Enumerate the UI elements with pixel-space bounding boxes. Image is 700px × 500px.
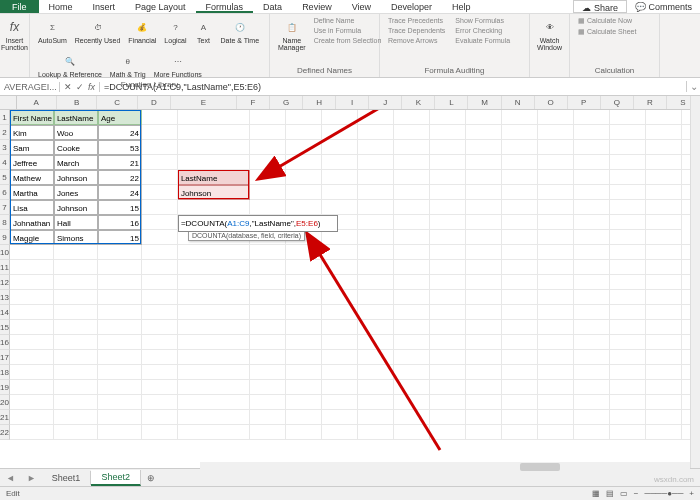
row-header-19[interactable]: 19 (0, 380, 10, 395)
col-header-F[interactable]: F (237, 96, 270, 109)
tab-file[interactable]: File (0, 0, 39, 13)
cell-K15[interactable] (430, 320, 466, 335)
cell-M8[interactable] (430, 215, 466, 230)
cell-F1[interactable] (250, 110, 286, 125)
cell-F2[interactable] (250, 125, 286, 140)
trace-dependents-button[interactable]: Trace Dependents (386, 26, 447, 35)
cell-E13[interactable] (178, 290, 250, 305)
cell-L19[interactable] (466, 380, 502, 395)
cell-Q17[interactable] (646, 350, 682, 365)
evaluate-formula-button[interactable]: Evaluate Formula (453, 36, 512, 45)
cell-F13[interactable] (250, 290, 286, 305)
cell-D18[interactable] (142, 365, 178, 380)
cell-G16[interactable] (286, 335, 322, 350)
cell-K6[interactable] (430, 185, 466, 200)
cell-G6[interactable] (286, 185, 322, 200)
math-button[interactable]: θ Math & Trig (108, 50, 148, 80)
cell-N12[interactable] (538, 275, 574, 290)
cell-D12[interactable] (142, 275, 178, 290)
cell-J11[interactable] (394, 260, 430, 275)
row-header-13[interactable]: 13 (0, 290, 10, 305)
cell-Q6[interactable] (646, 185, 682, 200)
autosum-button[interactable]: Σ AutoSum (36, 16, 69, 46)
cell-N14[interactable] (538, 305, 574, 320)
cell-B17[interactable] (54, 350, 98, 365)
cell-C16[interactable] (98, 335, 142, 350)
tab-home[interactable]: Home (39, 0, 83, 13)
cell-G21[interactable] (286, 410, 322, 425)
cell-G7[interactable] (286, 200, 322, 215)
cell-N10[interactable] (538, 245, 574, 260)
cell-I7[interactable] (358, 200, 394, 215)
show-formulas-button[interactable]: Show Formulas (453, 16, 512, 25)
cell-E11[interactable] (178, 260, 250, 275)
sheet-tab-1[interactable]: Sheet1 (42, 471, 92, 485)
insert-function-button[interactable]: fx Insert Function (6, 16, 23, 53)
cell-K19[interactable] (430, 380, 466, 395)
cell-P2[interactable] (610, 125, 646, 140)
cell-L9[interactable] (466, 230, 502, 245)
cell-B10[interactable] (54, 245, 98, 260)
cell-B3[interactable]: Cooke (54, 140, 98, 155)
cell-I16[interactable] (358, 335, 394, 350)
row-header-7[interactable]: 7 (0, 200, 10, 215)
cell-N17[interactable] (538, 350, 574, 365)
financial-button[interactable]: 💰 Financial (126, 16, 158, 46)
cell-I5[interactable] (358, 170, 394, 185)
cell-Q21[interactable] (646, 410, 682, 425)
col-header-B[interactable]: B (57, 96, 97, 109)
cell-A4[interactable]: Jeffree (10, 155, 54, 170)
cell-C12[interactable] (98, 275, 142, 290)
cell-J17[interactable] (394, 350, 430, 365)
cell-N13[interactable] (538, 290, 574, 305)
cell-C22[interactable] (98, 425, 142, 440)
cell-I19[interactable] (358, 380, 394, 395)
cell-D8[interactable] (142, 215, 178, 230)
cell-A20[interactable] (10, 395, 54, 410)
cell-N6[interactable] (538, 185, 574, 200)
create-selection-button[interactable]: Create from Selection (312, 36, 384, 45)
cell-D5[interactable] (142, 170, 178, 185)
cell-O12[interactable] (574, 275, 610, 290)
cell-J16[interactable] (394, 335, 430, 350)
cell-B4[interactable]: March (54, 155, 98, 170)
cell-B16[interactable] (54, 335, 98, 350)
cell-N18[interactable] (538, 365, 574, 380)
cell-L2[interactable] (466, 125, 502, 140)
cell-A17[interactable] (10, 350, 54, 365)
cell-Q7[interactable] (646, 200, 682, 215)
cancel-icon[interactable]: ✕ (64, 82, 72, 92)
cell-A21[interactable] (10, 410, 54, 425)
cell-K20[interactable] (430, 395, 466, 410)
cell-D15[interactable] (142, 320, 178, 335)
cell-L13[interactable] (466, 290, 502, 305)
cell-L1[interactable] (466, 110, 502, 125)
cell-C10[interactable] (98, 245, 142, 260)
tab-pagelayout[interactable]: Page Layout (125, 0, 196, 13)
cell-Q20[interactable] (646, 395, 682, 410)
cell-Q10[interactable] (646, 245, 682, 260)
cell-D14[interactable] (142, 305, 178, 320)
cell-H14[interactable] (322, 305, 358, 320)
row-header-5[interactable]: 5 (0, 170, 10, 185)
cell-J2[interactable] (394, 125, 430, 140)
cell-J19[interactable] (394, 380, 430, 395)
cell-G3[interactable] (286, 140, 322, 155)
cell-L4[interactable] (466, 155, 502, 170)
cell-M17[interactable] (502, 350, 538, 365)
cell-Q13[interactable] (646, 290, 682, 305)
col-header-O[interactable]: O (535, 96, 568, 109)
cell-C11[interactable] (98, 260, 142, 275)
zoom-out-icon[interactable]: − (634, 489, 639, 498)
cell-A18[interactable] (10, 365, 54, 380)
cell-H15[interactable] (322, 320, 358, 335)
cell-P1[interactable] (610, 110, 646, 125)
cell-B21[interactable] (54, 410, 98, 425)
tab-help[interactable]: Help (442, 0, 481, 13)
col-header-R[interactable]: R (634, 96, 667, 109)
cell-F15[interactable] (250, 320, 286, 335)
cell-O22[interactable] (574, 425, 610, 440)
cell-A5[interactable]: Mathew (10, 170, 54, 185)
cell-B15[interactable] (54, 320, 98, 335)
row-header-8[interactable]: 8 (0, 215, 10, 230)
